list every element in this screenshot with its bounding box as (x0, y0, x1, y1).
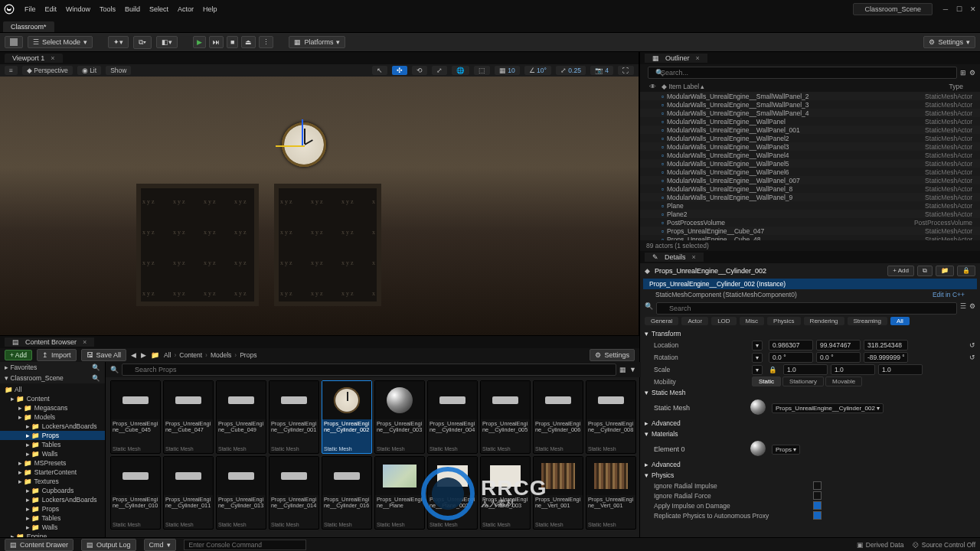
add-component-button[interactable]: + Add (887, 266, 914, 276)
scale-y-input[interactable] (831, 364, 875, 375)
section-physics[interactable]: ▾ Physics (645, 470, 975, 481)
stop-button[interactable]: ■ (227, 36, 238, 48)
menu-select[interactable]: Select (149, 5, 168, 13)
location-z-input[interactable] (864, 340, 908, 350)
outliner-row[interactable]: ▫ModularWalls_UnrealEngine__SmallWallPan… (640, 92, 980, 100)
mesh-thumbnail-icon[interactable] (750, 399, 766, 415)
blueprints-dropdown[interactable]: ⧉▾ (133, 36, 152, 49)
maximize-icon[interactable]: ☐ (952, 2, 966, 16)
asset-tile[interactable]: Props_UnrealEngine__Cylinder_010Static M… (110, 456, 161, 530)
asset-tile[interactable]: Props_UnrealEngine__Cube_045Static Mesh (110, 380, 161, 454)
outliner-row[interactable]: ▫ModularWalls_UnrealEngine__WallPanelSta… (640, 117, 980, 126)
category-general[interactable]: General (645, 317, 678, 325)
section-transform[interactable]: ▾ Transform (645, 328, 975, 339)
content-browser-tab[interactable]: ▤ Content Browser× (5, 337, 94, 347)
outliner-row[interactable]: ▫ModularWalls_UnrealEngine__WallPanel3St… (640, 142, 980, 151)
material-picker[interactable]: Props ▾ (772, 445, 800, 455)
view-options-icon[interactable]: ☰ (960, 302, 966, 315)
rotate-tool-icon[interactable]: ⟲ (412, 66, 427, 75)
step-button[interactable]: ⏭ (209, 36, 224, 48)
outliner-row[interactable]: ▫ModularWalls_UnrealEngine__WallPanel5St… (640, 159, 980, 168)
checkbox[interactable] (813, 501, 822, 510)
asset-search-input[interactable] (122, 364, 616, 376)
show-dropdown[interactable]: Show (106, 66, 131, 75)
tree-node[interactable]: ▸ 📁 Tables (0, 440, 105, 449)
tree-node[interactable]: ▸ 📁 StarterContent (0, 468, 105, 477)
breadcrumb-segment[interactable]: Models (211, 351, 231, 359)
perspective-dropdown[interactable]: ◆ Perspective (22, 66, 73, 75)
location-x-input[interactable] (769, 340, 813, 350)
select-mode-dropdown[interactable]: ☰ Select Mode ▾ (28, 36, 93, 48)
close-icon[interactable]: × (692, 253, 696, 261)
angle-snap-value[interactable]: ∠ 10° (524, 66, 551, 75)
tree-node[interactable]: ▸ 📁 MSPresets (0, 458, 105, 468)
location-y-input[interactable] (816, 340, 861, 350)
details-search-input[interactable] (656, 302, 957, 315)
content-drawer-button[interactable]: ▤ Content Drawer (5, 539, 74, 551)
rotation-z-input[interactable] (864, 352, 908, 363)
asset-tile[interactable]: Props_UnrealEngine__Cylinder_003Static M… (374, 380, 425, 454)
category-rendering[interactable]: Rendering (804, 317, 844, 325)
blueprint-icon[interactable]: ⧉ (917, 266, 933, 276)
category-lod[interactable]: LOD (711, 317, 736, 325)
checkbox[interactable] (813, 491, 822, 500)
browse-icon[interactable]: 📁 (936, 266, 954, 276)
outliner-row[interactable]: ▫Plane2StaticMeshActor (640, 210, 980, 218)
settings-dropdown[interactable]: ⚙ Settings ▾ (923, 36, 975, 48)
asset-tile[interactable]: Props_UnrealEngine__Cylinder_006Static M… (533, 380, 583, 454)
mobility-movable[interactable]: Movable (825, 377, 862, 386)
tree-node[interactable]: ▸ 📁 Tables (0, 514, 105, 523)
rotation-x-input[interactable] (769, 352, 813, 363)
lit-dropdown[interactable]: ◉ Lit (77, 66, 101, 75)
cmd-dropdown[interactable]: Cmd ▾ (144, 539, 176, 551)
asset-tile[interactable]: Props_UnrealEngine__Vert_001Static Mesh (586, 456, 636, 530)
asset-tile[interactable]: Props_UnrealEngine__Cylinder_001Static M… (269, 380, 319, 454)
asset-tile[interactable]: Props_UnrealEngine__Cylinder_013Static M… (216, 456, 266, 530)
minimize-icon[interactable]: ─ (939, 2, 952, 16)
search-icon[interactable]: 🔍 (92, 374, 100, 382)
history-fwd-icon[interactable]: ▶ (141, 351, 146, 359)
advanced-toggle[interactable]: ▸ Advanced (645, 418, 975, 429)
menu-help[interactable]: Help (203, 5, 217, 13)
scale-z-input[interactable] (878, 364, 923, 375)
reset-icon[interactable]: ↺ (969, 354, 975, 361)
asset-tile[interactable]: Props_UnrealEngine__PlaneStatic Mesh (374, 456, 425, 530)
platforms-dropdown[interactable]: ▦ Platforms ▾ (289, 36, 345, 48)
outliner-row[interactable]: ▫ModularWalls_UnrealEngine__WallPanel_00… (640, 176, 980, 184)
asset-tile[interactable]: Props_UnrealEngine__Cylinder_005Static M… (480, 380, 531, 454)
outliner-row[interactable]: ▫ModularWalls_UnrealEngine__WallPanel_8S… (640, 184, 980, 193)
instance-row[interactable]: Props_UnrealEngine__Cylinder_002 (Instan… (643, 279, 977, 289)
asset-tile[interactable]: Props_UnrealEngine__Cylinder_004Static M… (427, 380, 478, 454)
asset-tile[interactable]: Props_UnrealEngine__Vert_001Static Mesh (533, 456, 583, 530)
scale-mode-dropdown[interactable]: ▾ (752, 365, 763, 375)
close-icon[interactable]: × (83, 338, 87, 346)
outliner-row[interactable]: ▫Props_UnrealEngine__Cube_047StaticMeshA… (640, 227, 980, 235)
menu-window[interactable]: Window (66, 5, 90, 13)
breadcrumb-segment[interactable]: Props (240, 351, 256, 359)
category-streaming[interactable]: Streaming (848, 317, 887, 325)
tree-node[interactable]: ▸ 📁 LockersAndBoards (0, 422, 105, 431)
cb-save-all-button[interactable]: 🖫 Save All (81, 349, 127, 361)
reset-icon[interactable]: ↺ (969, 341, 975, 349)
category-physics[interactable]: Physics (767, 317, 801, 325)
translate-gizmo-x-icon[interactable] (276, 145, 305, 147)
save-button[interactable] (5, 36, 23, 48)
asset-tile[interactable]: Props_UnrealEngine__Cylinder_002Static M… (322, 380, 372, 454)
location-mode-dropdown[interactable]: ▾ (752, 341, 763, 350)
section-static-mesh[interactable]: ▾ Static Mesh (645, 387, 975, 398)
rotation-y-input[interactable] (816, 352, 861, 363)
asset-tile[interactable]: Props_UnrealEngine__Cube_049Static Mesh (216, 380, 266, 454)
outliner-row[interactable]: ▫PostProcessVolumePostProcessVolume (640, 218, 980, 227)
tree-node[interactable]: ▸ 📁 Props (0, 431, 105, 440)
scale-snap-value[interactable]: ⤢ 0.25 (556, 66, 586, 75)
outliner-row[interactable]: ▫ModularWalls_UnrealEngine__WallPanel6St… (640, 168, 980, 176)
translate-gizmo-y-icon[interactable] (302, 119, 303, 145)
tree-node[interactable]: ▸ 📁 Props (0, 504, 105, 514)
close-icon[interactable]: × (51, 54, 54, 62)
folder-icon[interactable]: 📁 (151, 351, 159, 359)
outliner-row[interactable]: ▫ModularWalls_UnrealEngine__WallPanel4St… (640, 151, 980, 159)
breadcrumb-segment[interactable]: Content (179, 351, 202, 359)
scale-tool-icon[interactable]: ⤢ (432, 66, 447, 75)
settings-icon[interactable]: ⚙ (969, 69, 975, 77)
category-actor[interactable]: Actor (681, 317, 708, 325)
